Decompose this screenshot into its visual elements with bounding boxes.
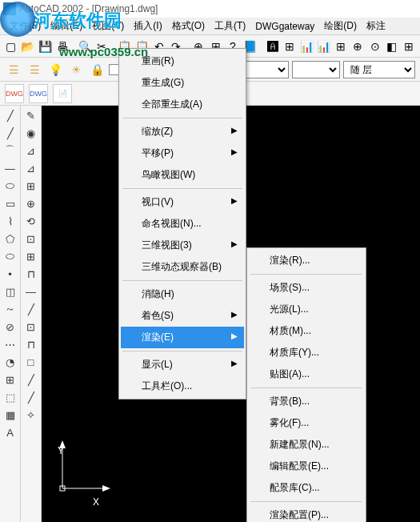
view-menu-item-14[interactable]: 着色(S)▶	[121, 305, 244, 327]
modify-btn-10[interactable]: —	[22, 283, 40, 299]
toolbar-btn-3[interactable]: 🖶	[54, 38, 70, 55]
render-menu-item-11[interactable]: 编辑配景(E)...	[249, 456, 364, 477]
draw-btn-4[interactable]: ⬭	[2, 178, 19, 194]
sun-icon[interactable]: ☀	[67, 61, 85, 78]
render-menu-item-14[interactable]: 渲染配置(P)...	[249, 504, 364, 522]
menu-6[interactable]: DWGgateway	[250, 18, 319, 34]
dwg-button-1[interactable]: DWG	[5, 84, 24, 103]
toolbar-btn-20[interactable]: ⊙	[367, 38, 382, 55]
draw-btn-12[interactable]: ⊘	[2, 319, 19, 335]
layer-icon[interactable]: ☰	[26, 61, 43, 78]
view-menu-item-10[interactable]: 三维视图(3)▶	[121, 235, 244, 256]
modify-btn-6[interactable]: ⟲	[22, 213, 40, 229]
view-menu-item-5[interactable]: 平移(P)▶	[121, 143, 244, 164]
view-menu-item-1[interactable]: 重生成(G)	[121, 72, 244, 94]
toolbar-btn-19[interactable]: ⊕	[350, 38, 366, 55]
view-menu-item-11[interactable]: 三维动态观察器(B)	[121, 256, 244, 278]
menu-5[interactable]: 工具(T)	[210, 17, 250, 35]
draw-btn-7[interactable]: ⬠	[2, 231, 19, 247]
draw-btn-3[interactable]: ―	[2, 160, 19, 176]
toolbar-btn-1[interactable]: 📂	[20, 38, 35, 55]
modify-btn-3[interactable]: ⊿	[22, 160, 40, 176]
linetype-dropdown[interactable]: 随 层	[343, 61, 415, 78]
toolbar-btn-4[interactable]: 🔍	[77, 38, 92, 55]
draw-btn-9[interactable]: •	[2, 266, 19, 282]
toolbar-btn-21[interactable]: ◧	[384, 38, 399, 55]
view-menu-item-9[interactable]: 命名视图(N)...	[121, 213, 244, 235]
toolbar-btn-2[interactable]: 💾	[38, 38, 53, 55]
render-menu-item-3[interactable]: 光源(L)...	[249, 299, 364, 320]
view-menu-item-2[interactable]: 全部重生成(A)	[121, 94, 244, 115]
draw-btn-11[interactable]: ～	[2, 301, 19, 317]
draw-btn-13[interactable]: ⋯	[2, 336, 19, 352]
menu-3[interactable]: 插入(I)	[129, 17, 166, 35]
view-menu-item-15[interactable]: 渲染(E)▶	[121, 327, 244, 348]
modify-btn-4[interactable]: ⊞	[22, 178, 40, 194]
modify-btn-16[interactable]: ╱	[22, 389, 40, 405]
render-menu-item-10[interactable]: 新建配景(N)...	[249, 434, 364, 456]
menu-8[interactable]: 标注	[362, 17, 390, 35]
render-menu-item-0[interactable]: 渲染(R)...	[249, 250, 364, 271]
render-menu-item-8[interactable]: 背景(B)...	[249, 391, 364, 412]
view-menu-item-13[interactable]: 消隐(H)	[121, 283, 244, 305]
menu-4[interactable]: 格式(O)	[167, 17, 210, 35]
toolbar-btn-17[interactable]: 📊	[316, 38, 331, 55]
draw-btn-5[interactable]: ▭	[2, 195, 19, 211]
view-menu-item-0[interactable]: 重画(R)	[121, 50, 244, 72]
render-menu-item-6[interactable]: 贴图(A)...	[249, 363, 364, 385]
draw-btn-10[interactable]: ◫	[2, 283, 19, 299]
view-menu-item-8[interactable]: 视口(V)▶	[121, 191, 244, 213]
modify-btn-17[interactable]: ✧	[22, 407, 40, 423]
draw-btn-14[interactable]: ◔	[2, 354, 19, 370]
menu-1[interactable]: 编辑(E)	[46, 17, 87, 35]
draw-btn-6[interactable]: ⌇	[2, 213, 19, 229]
render-menu-item-5[interactable]: 材质库(Y)...	[249, 342, 364, 363]
submenu-arrow-icon: ▶	[231, 359, 238, 367]
menu-0[interactable]: 文件(F)	[5, 17, 46, 35]
draw-btn-18[interactable]: A	[2, 424, 19, 440]
modify-btn-9[interactable]: ⊓	[22, 266, 40, 282]
bulb-icon[interactable]: 💡	[46, 61, 64, 78]
menu-7[interactable]: 绘图(D)	[319, 17, 362, 35]
draw-btn-16[interactable]: ⬚	[2, 389, 19, 405]
render-menu-item-9[interactable]: 雾化(F)...	[249, 412, 364, 434]
draw-btn-2[interactable]: ⌒	[2, 143, 19, 159]
submenu-arrow-icon: ▶	[231, 147, 238, 156]
toolbar-btn-18[interactable]: ⊞	[333, 38, 348, 55]
modify-btn-15[interactable]: ╱	[22, 371, 40, 387]
modify-btn-1[interactable]: ◉	[22, 125, 40, 141]
modify-btn-0[interactable]: ✎	[22, 107, 40, 123]
toolbar-btn-15[interactable]: ⊞	[282, 38, 297, 55]
render-menu-item-12[interactable]: 配景库(C)...	[249, 477, 364, 499]
dwg-button-2[interactable]: DWG	[29, 84, 48, 103]
toolbar-btn-22[interactable]: ⊞	[402, 38, 417, 55]
layer-manager-icon[interactable]: ☰	[5, 61, 22, 78]
view-menu-item-17[interactable]: 显示(L)▶	[121, 354, 244, 375]
modify-btn-2[interactable]: ⊿	[22, 143, 40, 159]
toolbar-btn-14[interactable]: 🅰	[265, 38, 280, 55]
draw-btn-8[interactable]: ⬭	[2, 248, 19, 264]
menu-2[interactable]: 视图(V)	[87, 17, 129, 35]
render-menu-item-2[interactable]: 场景(S)...	[249, 277, 364, 299]
draw-btn-1[interactable]: ╱	[2, 125, 19, 141]
modify-btn-5[interactable]: ⊕	[22, 195, 40, 211]
modify-btn-11[interactable]: ╱	[22, 301, 40, 317]
render-menu-item-4[interactable]: 材质(M)...	[249, 320, 364, 342]
view-menu-item-6[interactable]: 鸟瞰视图(W)	[121, 164, 244, 186]
draw-btn-0[interactable]: ╱	[2, 107, 19, 123]
color-dropdown[interactable]	[292, 61, 340, 78]
toolbar-btn-0[interactable]: ▢	[3, 38, 18, 55]
modify-btn-8[interactable]: ⊞	[22, 248, 40, 264]
modify-btn-7[interactable]: ⊡	[22, 231, 40, 247]
view-menu-item-18[interactable]: 工具栏(O)...	[121, 375, 244, 397]
toolbar-btn-16[interactable]: 📊	[299, 38, 314, 55]
toolbar-btn-5[interactable]: ✂	[94, 38, 110, 55]
draw-btn-15[interactable]: ⊞	[2, 371, 19, 387]
modify-btn-12[interactable]: ⊡	[22, 319, 40, 335]
lock-icon[interactable]: 🔒	[88, 61, 106, 78]
dwg-doc-icon[interactable]: 📄	[53, 84, 72, 103]
modify-btn-14[interactable]: □	[22, 354, 40, 370]
view-menu-item-4[interactable]: 缩放(Z)▶	[121, 121, 244, 143]
draw-btn-17[interactable]: ▦	[2, 407, 19, 423]
modify-btn-13[interactable]: ⊓	[22, 336, 40, 352]
